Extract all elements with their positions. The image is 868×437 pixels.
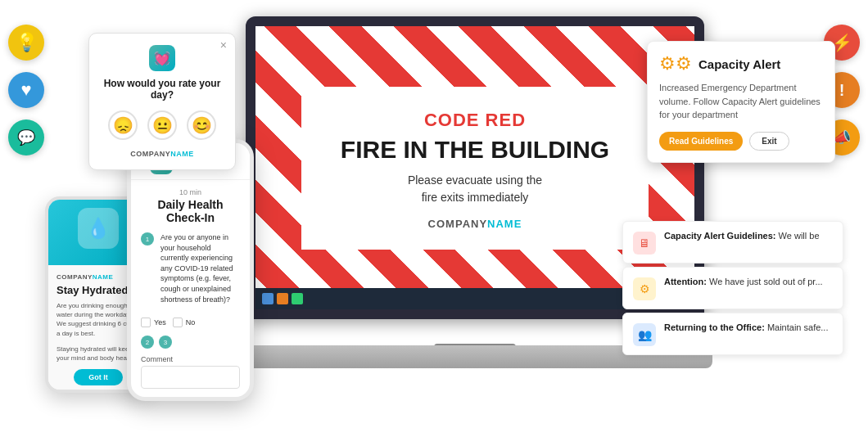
notification-item-2[interactable]: ⚙ Attention: We have just sold out of pr… <box>622 267 843 309</box>
notification-gear-icon: ⚙ <box>633 277 656 300</box>
capacity-alert-buttons: Read Guidelines Exit <box>659 132 823 151</box>
step-indicators: 1 Are you or anyone in your household cu… <box>141 232 240 311</box>
happy-face[interactable]: 😊 <box>187 110 216 140</box>
heartbeat-icon: 💓 <box>154 51 170 66</box>
chat-icon[interactable]: 💬 <box>8 119 44 155</box>
taskbar-item <box>277 293 288 304</box>
mood-question: How would you rate your day? <box>101 78 224 101</box>
exit-button[interactable]: Exit <box>749 132 789 151</box>
checkin-duration: 10 min <box>141 188 240 196</box>
capacity-alert-title: Capacity Alert <box>698 57 780 71</box>
taskbar-item <box>262 293 274 304</box>
capacity-alert-popup: ⚙⚙ Capacity Alert Increased Emergency De… <box>647 41 835 163</box>
comment-input[interactable] <box>141 366 240 389</box>
code-red-label: CODE RED <box>341 110 609 131</box>
option-no[interactable]: No <box>173 318 196 327</box>
submit-button[interactable]: Submit <box>141 397 240 401</box>
left-icon-group: 💡 ♥ 💬 <box>8 25 44 155</box>
mood-face-selector: 😞 😐 😊 <box>101 110 224 140</box>
option-yes[interactable]: Yes <box>141 318 166 327</box>
notification-text-2: Attention: We have just sold out of pr..… <box>664 276 823 288</box>
notification-text-3: Returning to the Office: Maintain safe..… <box>664 322 828 334</box>
step-row-1: 1 Are you or anyone in your household cu… <box>141 232 240 311</box>
mood-popup-logo: 💓 <box>149 45 175 71</box>
capacity-alert-header: ⚙⚙ Capacity Alert <box>659 53 823 74</box>
gear-icon: ⚙⚙ <box>659 53 692 74</box>
checkin-question: Are you or anyone in your household curr… <box>160 232 240 304</box>
step-1: 1 <box>141 232 154 246</box>
notification-text-1: Capacity Alert Guidelines: We will be <box>664 230 820 242</box>
comment-label: Comment <box>141 355 240 363</box>
lightbulb-icon[interactable]: 💡 <box>8 25 44 61</box>
read-guidelines-button[interactable]: Read Guidelines <box>659 132 743 151</box>
mood-company-name: COMPANYNAME <box>101 150 224 158</box>
heart-icon[interactable]: ♥ <box>8 72 44 108</box>
notification-list: 🖥 Capacity Alert Guidelines: We will be … <box>622 221 843 355</box>
step-3: 3 <box>159 336 172 349</box>
code-red-title: FIRE IN THE BUILDING <box>341 136 609 164</box>
notification-people-icon: 👥 <box>633 323 656 346</box>
code-red-description: Please evacuate using the fire exits imm… <box>341 172 609 206</box>
notification-item-3[interactable]: 👥 Returning to the Office: Maintain safe… <box>622 313 843 355</box>
phone-medium-mockup: ‹ 💓 10 min Daily Health Check-In 1 Are y… <box>127 139 254 401</box>
neutral-face[interactable]: 😐 <box>147 110 177 140</box>
code-red-company: COMPANYNAME <box>341 218 609 230</box>
taskbar-item <box>292 293 303 304</box>
notification-screen-icon: 🖥 <box>633 232 656 255</box>
step-2: 2 <box>141 336 154 349</box>
notification-item-1[interactable]: 🖥 Capacity Alert Guidelines: We will be <box>622 221 843 264</box>
capacity-alert-body: Increased Emergency Department volume. F… <box>659 81 823 122</box>
close-icon[interactable]: × <box>220 38 227 52</box>
checkin-title: Daily Health Check-In <box>141 198 240 224</box>
health-checkin-body: 10 min Daily Health Check-In 1 Are you o… <box>131 180 250 401</box>
got-it-button[interactable]: Got It <box>74 369 123 385</box>
checkin-options: Yes No <box>141 318 240 327</box>
sad-face[interactable]: 😞 <box>108 110 138 140</box>
mood-survey-popup: × 💓 How would you rate your day? 😞 😐 😊 C… <box>88 33 236 170</box>
